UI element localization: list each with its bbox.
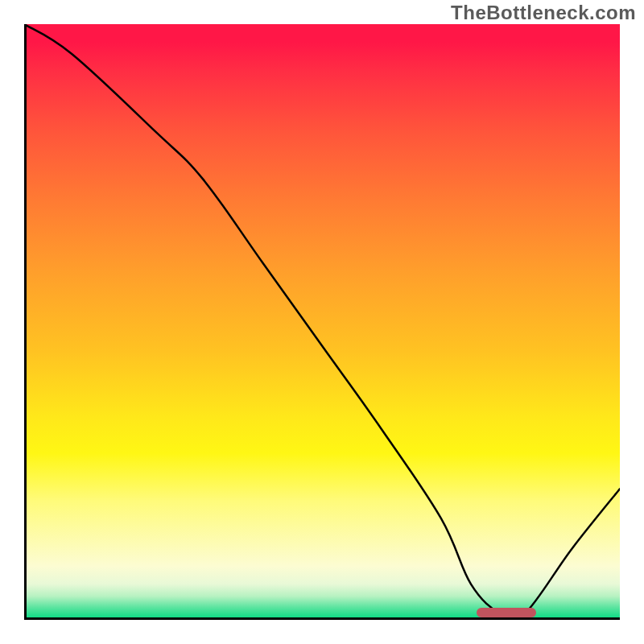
bottleneck-curve — [24, 24, 620, 620]
plot-area — [24, 24, 620, 620]
curve-svg — [24, 24, 620, 620]
watermark-text: TheBottleneck.com — [451, 2, 636, 24]
optimal-range-marker — [477, 608, 536, 617]
chart-container: TheBottleneck.com — [0, 0, 644, 644]
